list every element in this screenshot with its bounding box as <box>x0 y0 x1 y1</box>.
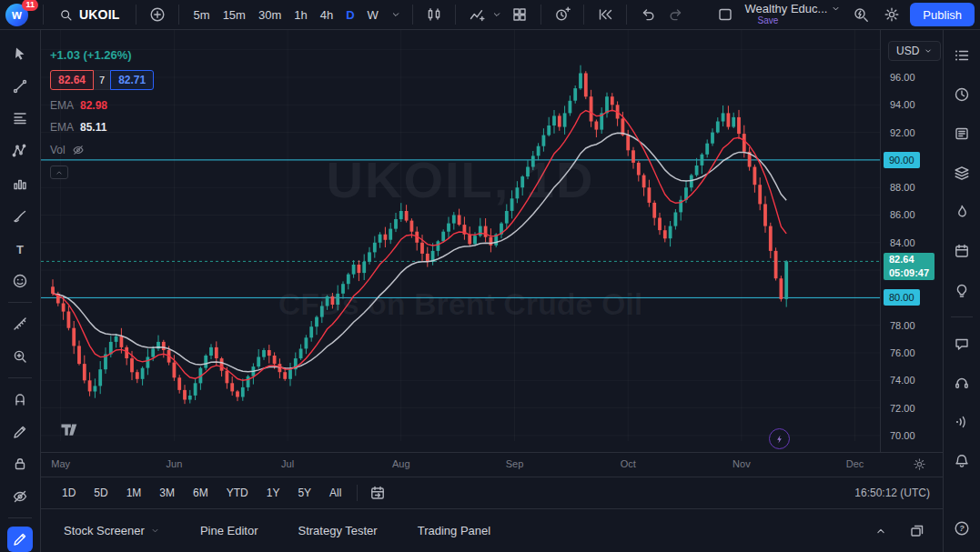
legend-collapse-button[interactable] <box>50 166 68 179</box>
lock-all-drawings-icon[interactable] <box>7 452 33 477</box>
tradingview-watermark-logo[interactable] <box>59 419 79 442</box>
indicators-dropdown-icon[interactable] <box>490 2 504 27</box>
range-6m[interactable]: 6M <box>185 483 217 503</box>
tab-pine-editor[interactable]: Pine Editor <box>200 524 258 537</box>
currency-label: USD <box>896 45 919 57</box>
redo-icon[interactable] <box>663 2 689 27</box>
watchlist-icon[interactable] <box>949 43 975 68</box>
indicators-icon[interactable] <box>464 2 490 27</box>
price-label: 96.00 <box>890 72 915 83</box>
timeframe-4h[interactable]: 4h <box>314 4 339 25</box>
streams-icon[interactable] <box>949 409 975 435</box>
timeframe-W[interactable]: W <box>361 4 385 25</box>
month-label: Jul <box>281 458 294 469</box>
timezone-clock[interactable]: 16:50:12 (UTC) <box>854 487 930 499</box>
time-axis[interactable]: MayJunJulAugSepOctNovDec <box>41 452 943 477</box>
settings-icon[interactable] <box>879 2 904 27</box>
compare-add-icon[interactable] <box>145 2 170 27</box>
sell-button[interactable]: 82.64 <box>50 70 94 90</box>
range-3m[interactable]: 3M <box>151 483 183 503</box>
draw-icon[interactable] <box>7 419 33 445</box>
panel-restore-icon[interactable] <box>904 518 930 544</box>
chats-icon[interactable] <box>949 331 975 356</box>
hotlists-icon[interactable] <box>949 199 975 225</box>
emoji-icon[interactable] <box>7 269 33 295</box>
range-ytd[interactable]: YTD <box>218 483 257 503</box>
indicator-row: EMA85.11 <box>50 120 154 135</box>
timeframe-1h[interactable]: 1h <box>288 4 313 25</box>
cursor-icon[interactable] <box>7 41 33 66</box>
bar-replay-icon[interactable] <box>592 2 618 27</box>
chart-style-icon[interactable] <box>421 2 447 27</box>
quick-search-icon[interactable] <box>848 2 874 27</box>
toolbar-separator <box>455 5 456 25</box>
create-alert-icon[interactable] <box>550 2 575 27</box>
brush-icon[interactable] <box>7 204 33 229</box>
pattern-xabcd-icon[interactable] <box>7 138 33 164</box>
forecast-icon[interactable] <box>7 171 33 196</box>
calendar-icon[interactable] <box>949 238 975 264</box>
lightning-button[interactable] <box>769 428 790 449</box>
tab-strategy-tester[interactable]: Strategy Tester <box>298 524 377 537</box>
goto-date-icon[interactable] <box>365 480 390 506</box>
buy-button[interactable]: 82.71 <box>110 70 154 90</box>
range-all[interactable]: All <box>321 483 349 503</box>
tab-stock-screener[interactable]: Stock Screener <box>64 524 160 537</box>
panel-expand-icon[interactable] <box>868 518 894 544</box>
trend-line-icon[interactable] <box>7 74 33 99</box>
zoom-in-icon[interactable] <box>7 344 33 369</box>
indicator-legend: EMA82.98EMA85.11 <box>50 98 154 135</box>
help-icon[interactable]: ? <box>949 516 975 541</box>
magnet-icon[interactable] <box>7 386 33 412</box>
undo-icon[interactable] <box>635 2 661 27</box>
currency-toggle[interactable]: USD <box>888 41 941 61</box>
hide-all-drawings-icon[interactable] <box>7 484 33 509</box>
symbol-search[interactable]: UKOIL <box>52 2 127 27</box>
price-label: 92.00 <box>890 127 915 138</box>
object-tree-icon[interactable] <box>949 160 975 186</box>
tab-trading-panel[interactable]: Trading Panel <box>418 524 490 537</box>
multichart-layout-icon[interactable] <box>507 2 532 27</box>
text-tool-icon[interactable]: T <box>7 236 33 262</box>
price-label: 88.00 <box>890 182 915 193</box>
timeframe-30m[interactable]: 30m <box>252 4 288 25</box>
timeframe-15m[interactable]: 15m <box>217 4 252 25</box>
chart-layout-icon[interactable] <box>712 2 738 27</box>
favorite-drawings-icon[interactable] <box>7 527 33 552</box>
news-icon[interactable] <box>949 121 975 146</box>
volume-label: Vol <box>50 144 66 156</box>
measure-icon[interactable] <box>7 311 33 336</box>
fib-retracement-icon[interactable] <box>7 106 33 132</box>
axis-settings-icon[interactable] <box>913 457 926 471</box>
price-label: 78.00 <box>890 320 915 331</box>
toolbar-separator <box>8 377 32 378</box>
range-1d[interactable]: 1D <box>54 483 84 503</box>
indicator-value: 82.98 <box>80 99 107 112</box>
cloud-save-button[interactable]: Save <box>758 15 779 26</box>
toolbar-separator <box>412 5 413 25</box>
publish-button[interactable]: Publish <box>910 3 975 26</box>
range-5d[interactable]: 5D <box>86 483 116 503</box>
range-5y[interactable]: 5Y <box>289 483 319 503</box>
right-sidebar: ? <box>943 30 980 552</box>
range-1m[interactable]: 1M <box>118 483 150 503</box>
volume-hidden-icon[interactable] <box>72 144 85 156</box>
timeframe-5m[interactable]: 5m <box>187 4 217 25</box>
alerts-icon[interactable] <box>949 82 975 107</box>
month-label: Oct <box>621 458 636 469</box>
timeframe-D[interactable]: D <box>339 4 360 25</box>
chart-canvas[interactable]: UKOIL, 1D CFDs on Brent Crude Oil +1.03 … <box>41 30 880 452</box>
current-price-badge: 82.6405:09:47 <box>884 253 935 280</box>
toolbar-separator <box>583 5 584 25</box>
tradingview-logo[interactable]: w 11 <box>5 2 35 27</box>
tab-label: Stock Screener <box>64 524 145 537</box>
range-1y[interactable]: 1Y <box>258 483 288 503</box>
candlestick-chart <box>41 30 880 452</box>
ideas-icon[interactable] <box>949 277 975 303</box>
layout-menu[interactable]: Wealthy Educ... Save <box>743 3 844 26</box>
chart-legend: +1.03 (+1.26%) 82.64 7 82.71 EMA82.98EMA… <box>50 48 154 179</box>
support-icon[interactable] <box>949 370 975 396</box>
timeframes-dropdown-icon[interactable] <box>388 2 404 27</box>
price-axis[interactable]: USD 96.0094.0092.0088.0086.0084.0078.007… <box>880 30 943 452</box>
notifications-icon[interactable] <box>949 448 975 474</box>
